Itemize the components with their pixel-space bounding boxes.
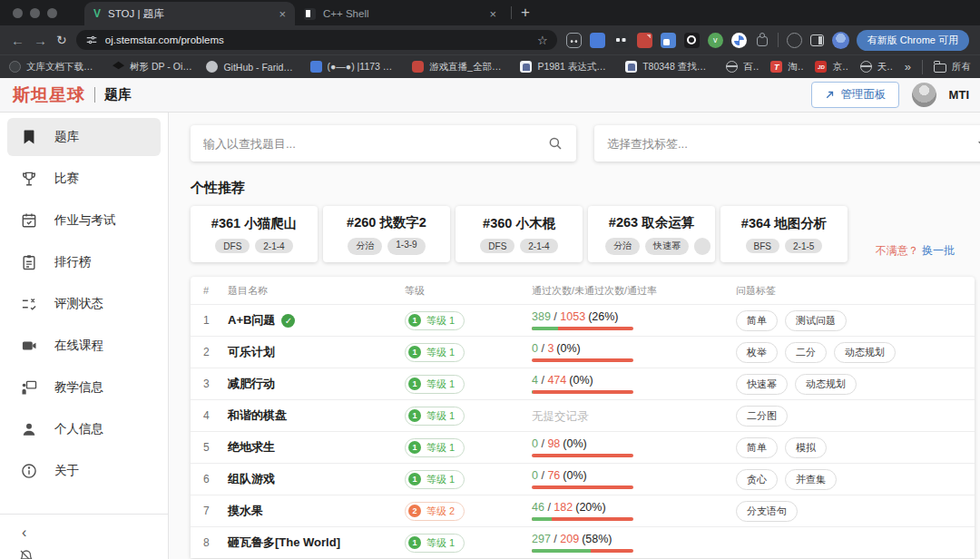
username[interactable]: MTI <box>949 88 969 102</box>
recommend-card[interactable]: #263 取余运算 分治快速幂 <box>588 206 715 262</box>
problem-name[interactable]: 减肥行动 <box>228 376 275 392</box>
solved-check-icon <box>281 314 295 328</box>
reload-button[interactable]: ↻ <box>56 33 67 47</box>
stoj-favicon: V <box>93 7 101 20</box>
bookmark-item[interactable]: P1981 表达式求值... <box>520 61 613 74</box>
bell-off-icon[interactable] <box>18 548 168 559</box>
main-content: 个性推荐 #361 小猫爬山 DFS2-1-4 #260 找数字2 分治1-3-… <box>169 113 980 559</box>
recommend-card[interactable]: #364 地图分析 BFS2-1-5 <box>720 206 848 262</box>
recommend-tag: 分治 <box>605 238 640 255</box>
bookmark-item[interactable]: 天猫 <box>860 61 893 74</box>
refresh-link[interactable]: 换一批 <box>922 244 955 257</box>
table-row[interactable]: 6 组队游戏 1等级 1 0 / 76(0%) 贪心并查集 <box>191 463 975 495</box>
row-index: 8 <box>191 536 228 549</box>
table-row[interactable]: 2 可乐计划 1等级 1 0 / 3(0%) 枚举二分动态规划 <box>191 336 975 368</box>
recommend-card[interactable]: #361 小猫爬山 DFS2-1-4 <box>191 206 318 262</box>
problem-search-input[interactable] <box>203 137 547 151</box>
sidebar-collapse-chevron[interactable] <box>0 525 168 540</box>
tampermonkey-extension-icon[interactable] <box>613 33 629 48</box>
browser-tab-stoj[interactable]: V STOJ | 题库 <box>84 2 295 25</box>
table-row[interactable]: 7 摸水果 2等级 2 46 / 182(20%) 分支语句 <box>191 495 975 526</box>
forward-button[interactable]: → <box>34 34 47 47</box>
problem-name[interactable]: 可乐计划 <box>228 344 275 360</box>
sidebar-item-judge-status[interactable]: 评测状态 <box>0 283 168 325</box>
problem-name[interactable]: 摸水果 <box>228 503 263 519</box>
page-title: 题库 <box>104 86 132 103</box>
history-circle-icon[interactable] <box>787 33 802 48</box>
side-panel-icon[interactable] <box>810 34 824 46</box>
address-bar[interactable]: oj.stemstar.com/problems ☆ <box>76 30 557 50</box>
table-row[interactable]: 4 和谐的棋盘 1等级 1 无提交记录 二分图 <box>191 399 975 431</box>
table-row[interactable]: 5 绝地求生 1等级 1 0 / 98(0%) 简单模拟 <box>191 431 975 463</box>
recommend-tag: 分治 <box>348 238 382 255</box>
recommend-card[interactable]: #360 小木棍 DFS2-1-4 <box>456 206 583 262</box>
recommend-card[interactable]: #260 找数字2 分治1-3-9 <box>323 206 450 262</box>
chrome-profile-avatar[interactable] <box>832 32 849 49</box>
bookmark-item[interactable]: 树形 DP - Oi Wiki <box>113 61 194 74</box>
window-traffic-lights[interactable] <box>13 0 57 25</box>
bookmark-item[interactable]: T80348 查找特定... <box>625 61 714 74</box>
recommend-cards-row: #361 小猫爬山 DFS2-1-4 #260 找数字2 分治1-3-9 #36… <box>191 206 980 262</box>
search-icon[interactable] <box>547 135 564 152</box>
brand-logo[interactable]: 斯坦星球 <box>13 83 85 107</box>
all-bookmarks-folder[interactable]: 所有 <box>934 61 971 74</box>
problem-name[interactable]: 和谐的棋盘 <box>228 407 287 424</box>
translate-extension-icon[interactable] <box>661 33 676 48</box>
admin-panel-button[interactable]: 管理面板 <box>811 82 899 108</box>
back-button[interactable]: ← <box>11 34 24 47</box>
extensions-puzzle-icon[interactable] <box>757 36 768 46</box>
problem-tag: 贪心 <box>736 469 778 490</box>
problem-name[interactable]: 砸瓦鲁多[The World] <box>228 534 340 551</box>
site-settings-icon[interactable] <box>85 34 98 46</box>
sidebar-item-homework[interactable]: 作业与考试 <box>0 200 168 241</box>
user-avatar[interactable] <box>912 83 936 107</box>
sidebar-item-problems[interactable]: 题库 <box>7 118 161 156</box>
pass-stats: 297 / 209(58%) <box>532 533 736 545</box>
close-window-button[interactable] <box>13 8 23 18</box>
url-text[interactable]: oj.stemstar.com/problems <box>105 34 530 45</box>
problem-tag: 动态规划 <box>834 342 896 363</box>
bookmark-item[interactable]: GitHub - FaridSafi... <box>206 61 298 73</box>
problem-name[interactable]: 组队游戏 <box>228 471 275 487</box>
browser-tab-cpp-shell[interactable]: C++ Shell <box>295 2 505 25</box>
problem-name[interactable]: A+B问题 <box>228 312 275 329</box>
bookmark-item[interactable]: (●—●) |1173 最优... <box>310 61 401 74</box>
table-row[interactable]: 3 减肥行动 1等级 1 4 / 474(0%) 快速幂动态规划 <box>191 368 975 399</box>
row-index: 7 <box>191 505 228 517</box>
green-v-extension-icon[interactable] <box>708 33 723 48</box>
recommend-tag: 快速幂 <box>645 238 689 255</box>
minimize-window-button[interactable] <box>30 8 40 18</box>
recommend-tag: 2-1-4 <box>520 239 557 253</box>
sidebar-item-contests[interactable]: 比赛 <box>0 158 168 200</box>
video-icon <box>20 337 38 355</box>
new-tab-button[interactable] <box>521 4 530 22</box>
chrome-update-chip[interactable]: 有新版 Chrome 可用 <box>857 30 969 51</box>
bookmark-item[interactable]: 百度 <box>726 61 759 74</box>
bookmark-item[interactable]: 淘宝 <box>770 61 803 74</box>
red-pdf-extension-icon[interactable] <box>637 33 652 48</box>
pinwheel-extension-icon[interactable] <box>731 33 747 48</box>
close-tab-icon[interactable] <box>489 8 496 20</box>
table-row[interactable]: 8 砸瓦鲁多[The World] 1等级 1 297 / 209(58%) <box>191 526 975 558</box>
bookmark-star-icon[interactable]: ☆ <box>537 34 548 47</box>
problem-name[interactable]: 绝地求生 <box>228 439 275 456</box>
browser-tab-strip: V STOJ | 题库 C++ Shell <box>0 0 980 25</box>
pass-rate-bar <box>532 454 633 457</box>
close-tab-icon[interactable] <box>279 8 286 20</box>
bookmark-item[interactable]: 游戏直播_全部游戏... <box>412 61 508 74</box>
cat-extension-icon[interactable] <box>566 33 582 48</box>
sidebar-item-about[interactable]: 关于 <box>0 450 168 492</box>
sidebar-item-profile[interactable]: 个人信息 <box>0 408 168 450</box>
sidebar-item-teaching[interactable]: 教学信息 <box>0 367 168 408</box>
table-row[interactable]: 1 A+B问题 1等级 1 389 / 1053(26%) 简单测试问题 <box>191 304 975 336</box>
bookmark-item[interactable]: 文库文档下载系统... <box>9 61 101 74</box>
zoom-window-button[interactable] <box>47 8 57 18</box>
blue-extension-icon[interactable] <box>590 33 605 48</box>
sidebar-item-courses[interactable]: 在线课程 <box>0 325 168 367</box>
sidebar-item-ranking[interactable]: 排行榜 <box>0 241 168 283</box>
tag-select-input[interactable] <box>607 137 978 151</box>
bookmarks-overflow-chevron[interactable] <box>905 60 911 74</box>
octotree-extension-icon[interactable] <box>684 33 700 48</box>
bookmark-item[interactable]: 京东 <box>815 61 848 74</box>
level-badge: 1等级 1 <box>405 438 465 457</box>
